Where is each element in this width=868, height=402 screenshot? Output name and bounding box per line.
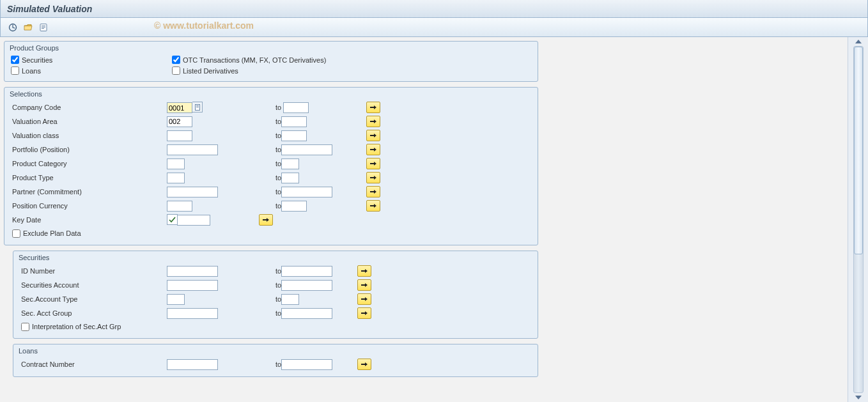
arrow-right-icon <box>369 104 377 111</box>
product-type-to-input[interactable] <box>281 173 299 183</box>
to-label: to <box>259 295 281 303</box>
chevron-up-icon <box>855 40 862 43</box>
company-code-to-input[interactable] <box>283 102 309 113</box>
sec-acct-group-from-input[interactable] <box>167 308 218 319</box>
arrow-right-icon <box>360 361 368 367</box>
sec-account-type-to-input[interactable] <box>281 294 299 305</box>
to-label: to <box>259 104 281 111</box>
contract-number-from-input[interactable] <box>167 359 218 370</box>
exclude-plan-label: Exclude Plan Data <box>23 229 81 237</box>
portfolio-to-input[interactable] <box>281 144 332 155</box>
group-loans: Loans Contract Number to <box>13 344 538 377</box>
arrow-right-icon <box>360 296 368 302</box>
id-number-to-input[interactable] <box>281 266 332 277</box>
watermark: © www.tutorialkart.com <box>154 20 254 31</box>
to-label: to <box>259 174 281 182</box>
valuation-area-multiselect-button[interactable] <box>366 116 380 127</box>
valuation-class-to-input[interactable] <box>281 130 307 141</box>
company-code-from-input[interactable] <box>167 102 192 113</box>
to-label: to <box>259 132 281 139</box>
portfolio-multiselect-button[interactable] <box>366 144 380 155</box>
sec-account-type-multiselect-button[interactable] <box>357 293 371 305</box>
svg-rect-7 <box>196 107 199 107</box>
interpretation-checkbox[interactable] <box>21 323 29 331</box>
title-bar: Simulated Valuation <box>0 0 868 18</box>
key-date-multiselect-button[interactable] <box>259 214 273 226</box>
to-label: to <box>259 160 281 167</box>
sec-acct-group-to-input[interactable] <box>281 308 332 319</box>
id-number-multiselect-button[interactable] <box>357 265 371 277</box>
securities-account-from-input[interactable] <box>167 280 218 291</box>
partner-label: Partner (Commitment) <box>11 188 157 196</box>
otc-checkbox[interactable] <box>172 56 180 64</box>
folder-open-icon <box>24 23 33 32</box>
otc-label: OTC Transactions (MM, FX, OTC Derivative… <box>183 56 326 64</box>
key-date-label: Key Date <box>11 216 157 224</box>
group-product-groups: Product Groups Securities OTC Transactio… <box>4 41 538 82</box>
valuation-class-from-input[interactable] <box>167 130 192 141</box>
group-title-product-groups: Product Groups <box>4 42 538 53</box>
group-title-selections: Selections <box>4 88 538 99</box>
company-code-label: Company Code <box>11 104 157 111</box>
get-variant-button[interactable] <box>21 20 35 35</box>
portfolio-from-input[interactable] <box>167 144 218 155</box>
partner-to-input[interactable] <box>281 187 332 197</box>
to-label: to <box>259 360 281 368</box>
position-currency-from-input[interactable] <box>167 201 192 212</box>
listed-label: Listed Derivatives <box>183 67 238 75</box>
toolbar: © www.tutorialkart.com <box>0 18 868 37</box>
sec-account-type-label: Sec.Account Type <box>20 295 166 303</box>
body-area: Product Groups Securities OTC Transactio… <box>0 37 868 402</box>
svg-rect-2 <box>42 26 45 26</box>
portfolio-label: Portfolio (Position) <box>11 146 157 153</box>
arrow-right-icon <box>369 118 377 125</box>
valuation-class-multiselect-button[interactable] <box>366 130 380 141</box>
to-label: to <box>259 118 281 125</box>
svg-rect-4 <box>42 28 44 29</box>
to-label: to <box>259 281 281 289</box>
to-label: to <box>259 146 281 153</box>
valuation-area-from-input[interactable] <box>167 116 192 127</box>
securities-account-to-input[interactable] <box>281 280 332 291</box>
loans-label: Loans <box>22 67 41 75</box>
execute-icon <box>8 23 17 32</box>
sec-account-type-from-input[interactable] <box>167 294 185 305</box>
position-currency-label: Position Currency <box>11 202 157 210</box>
contract-number-to-input[interactable] <box>281 359 332 370</box>
arrow-right-icon <box>360 268 368 274</box>
listed-checkbox[interactable] <box>172 66 180 75</box>
group-securities: Securities ID Number to Securities Accou… <box>13 251 538 339</box>
svg-rect-3 <box>42 27 45 27</box>
partner-multiselect-button[interactable] <box>366 186 380 197</box>
partner-from-input[interactable] <box>167 187 218 197</box>
securities-account-label: Securities Account <box>20 281 166 289</box>
svg-rect-6 <box>196 105 199 106</box>
scrollbar-track[interactable] <box>853 46 864 393</box>
position-currency-to-input[interactable] <box>281 201 307 212</box>
position-currency-multiselect-button[interactable] <box>366 200 380 212</box>
product-category-label: Product Category <box>11 160 157 167</box>
loans-checkbox[interactable] <box>11 66 19 75</box>
scrollbar-thumb[interactable] <box>854 47 863 254</box>
key-date-input[interactable] <box>177 215 210 226</box>
product-category-from-input[interactable] <box>167 158 185 169</box>
id-number-from-input[interactable] <box>167 266 218 277</box>
exclude-plan-checkbox[interactable] <box>12 229 20 238</box>
securities-checkbox[interactable] <box>11 56 19 64</box>
product-category-to-input[interactable] <box>281 158 299 169</box>
contract-number-multiselect-button[interactable] <box>357 359 371 370</box>
valuation-area-to-input[interactable] <box>281 116 307 127</box>
execute-button[interactable] <box>6 20 20 35</box>
group-title-securities: Securities <box>13 251 538 263</box>
interpretation-item: Interpretation of Sec.Act Grp <box>20 323 121 331</box>
product-type-from-input[interactable] <box>167 173 185 183</box>
product-type-multiselect-button[interactable] <box>366 172 380 183</box>
program-docu-button[interactable] <box>36 20 50 35</box>
company-code-f4-button[interactable] <box>192 102 203 112</box>
product-category-multiselect-button[interactable] <box>366 158 380 169</box>
company-code-multiselect-button[interactable] <box>366 102 380 113</box>
sec-acct-group-multiselect-button[interactable] <box>357 307 371 319</box>
to-label: to <box>259 267 281 275</box>
securities-account-multiselect-button[interactable] <box>357 279 371 291</box>
vertical-scrollbar[interactable] <box>848 37 868 402</box>
